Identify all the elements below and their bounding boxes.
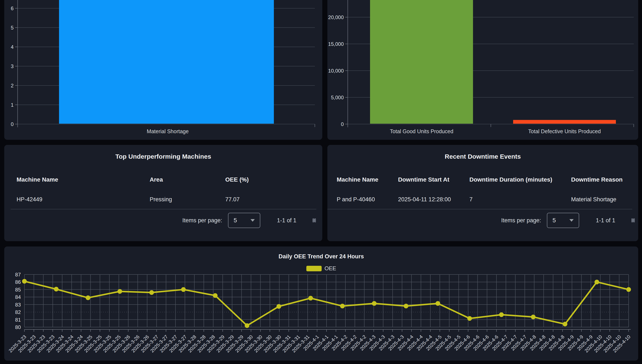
pagination-underperforming: Items per page: 5 1-1 of 1 (182, 212, 311, 229)
cell-oee: 77.07 (225, 196, 240, 203)
page-size-select[interactable]: 5 (228, 213, 260, 228)
svg-text:Total Defective Units Produced: Total Defective Units Produced (528, 128, 601, 134)
cell-downtime-duration: 7 (469, 196, 473, 203)
svg-text:80: 80 (15, 324, 21, 330)
cell-machine-name: HP-42449 (17, 196, 43, 203)
panel-oee-trend: Daily OEE Trend Over 24 Hours OEE 808182… (4, 246, 638, 360)
col-header-downtime-duration: Downtime Duration (minutes) (469, 176, 552, 183)
col-header-area: Area (150, 176, 163, 183)
panel-downtime-by-reason: 0123456Material Shortage (4, 0, 322, 140)
svg-text:6: 6 (11, 6, 14, 11)
col-header-downtime-start: Downtime Start At (398, 176, 449, 183)
svg-text:81: 81 (15, 317, 21, 323)
page-range-label: 1-1 of 1 (277, 217, 296, 224)
units-produced-bar-chart: 05,00010,00015,00020,000Total Good Units… (327, 0, 638, 140)
svg-text:83: 83 (15, 302, 21, 308)
col-header-machine-name: Machine Name (337, 176, 378, 183)
table-divider (11, 209, 316, 209)
svg-text:1: 1 (11, 102, 14, 108)
chevron-down-icon (569, 219, 574, 222)
svg-text:0: 0 (341, 121, 344, 127)
panel-units-produced: 05,00010,00015,00020,000Total Good Units… (327, 0, 638, 140)
svg-text:2: 2 (11, 83, 14, 88)
svg-text:86: 86 (15, 279, 21, 285)
col-header-downtime-reason: Downtime Reason (571, 176, 623, 183)
underperforming-title: Top Underperforming Machines (4, 153, 322, 160)
last-page-button[interactable] (630, 217, 636, 224)
svg-text:85: 85 (15, 287, 21, 292)
cell-area: Pressing (150, 196, 172, 203)
last-page-button[interactable] (311, 217, 317, 224)
svg-text:82: 82 (15, 309, 21, 315)
col-header-machine-name: Machine Name (17, 176, 58, 183)
page-size-value: 5 (233, 217, 237, 224)
chevron-down-icon (250, 219, 255, 222)
panel-underperforming-machines: Top Underperforming Machines Machine Nam… (4, 145, 322, 241)
page-size-value: 5 (552, 217, 556, 224)
svg-text:3: 3 (11, 64, 14, 69)
col-header-oee: OEE (%) (225, 176, 249, 183)
downtime-reason-bar-chart: 0123456Material Shortage (4, 0, 322, 140)
svg-text:10,000: 10,000 (328, 68, 344, 74)
cell-downtime-reason: Material Shortage (571, 196, 616, 203)
svg-text:87: 87 (15, 272, 21, 278)
svg-text:5: 5 (11, 25, 14, 30)
oee-trend-line-chart: 80818283848586872025-3-232025-3-232025-3… (4, 246, 638, 360)
items-per-page-label: Items per page: (182, 217, 222, 224)
svg-text:84: 84 (15, 294, 21, 300)
svg-text:Total Good Units Produced: Total Good Units Produced (390, 128, 453, 134)
items-per-page-label: Items per page: (501, 217, 541, 224)
svg-text:Material Shortage: Material Shortage (147, 128, 189, 134)
svg-text:20,000: 20,000 (328, 14, 344, 20)
page-range-label: 1-1 of 1 (596, 217, 615, 224)
table-divider (327, 209, 632, 209)
cell-downtime-start: 2025-04-11 12:28:00 (398, 196, 451, 203)
svg-text:5,000: 5,000 (331, 94, 344, 100)
downtime-events-title: Recent Downtime Events (327, 153, 638, 160)
svg-text:0: 0 (11, 121, 14, 127)
pagination-downtime-events: Items per page: 5 1-1 of 1 (501, 212, 630, 229)
page-size-select[interactable]: 5 (547, 213, 579, 228)
cell-machine-name: P and P-40460 (337, 196, 375, 203)
svg-text:4: 4 (11, 44, 14, 50)
panel-downtime-events: Recent Downtime Events Machine Name Down… (327, 145, 638, 241)
svg-text:15,000: 15,000 (328, 41, 344, 47)
